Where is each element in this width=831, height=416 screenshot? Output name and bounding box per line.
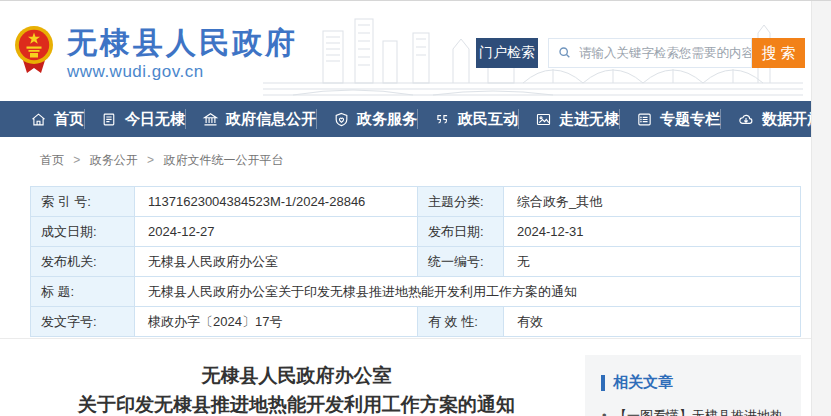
written-date-label: 成文日期: <box>31 217 135 247</box>
written-date-value: 2024-12-27 <box>135 217 418 247</box>
related-articles-panel: 相关文章 【一图看懂】无棣县推进地热能开发利用工作方案 <box>585 355 801 416</box>
search-input[interactable] <box>579 46 751 60</box>
article-title-line1: 无棣县人民政府办公室 <box>202 365 392 386</box>
validity-label: 有 效 性: <box>418 307 504 337</box>
issuer-label: 发布机关: <box>31 247 135 277</box>
publish-date-label: 发布日期: <box>418 217 504 247</box>
vertical-scrollbar[interactable] <box>811 1 831 416</box>
interaction-icon <box>434 111 451 128</box>
topic-value: 综合政务_其他 <box>504 187 801 217</box>
nav-label: 政务服务 <box>357 110 417 129</box>
search-box <box>548 38 752 68</box>
nav-item-gov-info[interactable]: 政府信息公开 <box>185 109 316 129</box>
site-header: 无棣县人民政府 www.wudi.gov.cn 门户检索 搜 索 <box>0 1 811 101</box>
site-name: 无棣县人民政府 <box>67 27 298 59</box>
title-value: 无棣县人民政府办公室关于印发无棣县推进地热能开发利用工作方案的通知 <box>135 277 801 307</box>
news-icon <box>101 111 118 128</box>
portal-search-button[interactable]: 门户检索 <box>476 38 538 68</box>
unified-no-value: 无 <box>504 247 801 277</box>
document-info-table: 索 引 号: 11371623004384523M-1/2024-28846 主… <box>30 186 801 337</box>
issuer-value: 无棣县人民政府办公室 <box>135 247 418 277</box>
nav-item-into-wudi[interactable]: 走进无棣 <box>518 109 619 129</box>
doc-no-label: 发文字号: <box>31 307 135 337</box>
main-nav: 首页 今日无棣 政府信息公开 政务服务 政民互动 走进无棣 专题专栏 数据开放 <box>0 101 811 137</box>
scenery-icon <box>535 111 552 128</box>
nav-label: 政府信息公开 <box>226 110 316 129</box>
search-submit-button[interactable]: 搜 索 <box>752 38 805 68</box>
article-title-line2: 关于印发无棣县推进地热能开发利用工作方案的通知 <box>78 394 515 415</box>
nav-item-interaction[interactable]: 政民互动 <box>417 109 518 129</box>
article: 无棣县人民政府办公室 关于印发无棣县推进地热能开发利用工作方案的通知 棣政办字〔… <box>30 355 563 416</box>
data-open-icon <box>737 111 755 128</box>
nav-label: 专题专栏 <box>660 110 720 129</box>
nav-label: 首页 <box>54 110 84 129</box>
unified-no-label: 统一编号: <box>418 247 504 277</box>
nav-item-home[interactable]: 首页 <box>30 109 84 129</box>
nav-item-today[interactable]: 今日无棣 <box>84 109 185 129</box>
national-emblem-icon <box>14 23 54 77</box>
topics-icon <box>636 111 653 128</box>
search-icon <box>557 45 573 61</box>
nav-item-topics[interactable]: 专题专栏 <box>619 109 720 129</box>
nav-item-data-open[interactable]: 数据开放 <box>720 109 822 129</box>
breadcrumb-separator: > <box>73 153 80 167</box>
nav-label: 政民互动 <box>458 110 518 129</box>
accent-bar <box>601 375 605 391</box>
main-content: 无棣县人民政府办公室 关于印发无棣县推进地热能开发利用工作方案的通知 棣政办字〔… <box>0 339 811 416</box>
breadcrumb-separator: > <box>147 153 154 167</box>
article-title: 无棣县人民政府办公室 关于印发无棣县推进地热能开发利用工作方案的通知 <box>30 361 563 416</box>
gov-info-icon <box>202 111 219 128</box>
site-url: www.wudi.gov.cn <box>67 62 298 82</box>
related-articles-title: 相关文章 <box>613 373 673 392</box>
title-label: 标 题: <box>31 277 135 307</box>
related-article-link[interactable]: 【一图看懂】无棣县推进地热能开发利用工作方案 <box>601 405 787 416</box>
breadcrumb: 首页 > 政务公开 > 政府文件统一公开平台 <box>0 137 811 169</box>
related-articles-header: 相关文章 <box>601 373 787 392</box>
index-value: 11371623004384523M-1/2024-28846 <box>135 187 418 217</box>
home-icon <box>30 111 47 128</box>
services-icon <box>333 111 350 128</box>
breadcrumb-gov-open[interactable]: 政务公开 <box>90 153 138 167</box>
index-label: 索 引 号: <box>31 187 135 217</box>
related-articles-list: 【一图看懂】无棣县推进地热能开发利用工作方案 <box>601 405 787 416</box>
topic-label: 主题分类: <box>418 187 504 217</box>
nav-label: 走进无棣 <box>559 110 619 129</box>
doc-no-value: 棣政办字〔2024〕17号 <box>135 307 418 337</box>
site-logo[interactable]: 无棣县人民政府 www.wudi.gov.cn <box>14 23 298 82</box>
validity-value: 有效 <box>504 307 801 337</box>
nav-item-services[interactable]: 政务服务 <box>316 109 417 129</box>
nav-label: 今日无棣 <box>125 110 185 129</box>
search-area: 门户检索 搜 索 <box>476 38 805 68</box>
breadcrumb-home[interactable]: 首页 <box>40 153 64 167</box>
publish-date-value: 2024-12-31 <box>504 217 801 247</box>
breadcrumb-platform[interactable]: 政府文件统一公开平台 <box>163 153 283 167</box>
page: 无棣县人民政府 www.wudi.gov.cn 门户检索 搜 索 首页 今日无棣 <box>0 1 811 416</box>
